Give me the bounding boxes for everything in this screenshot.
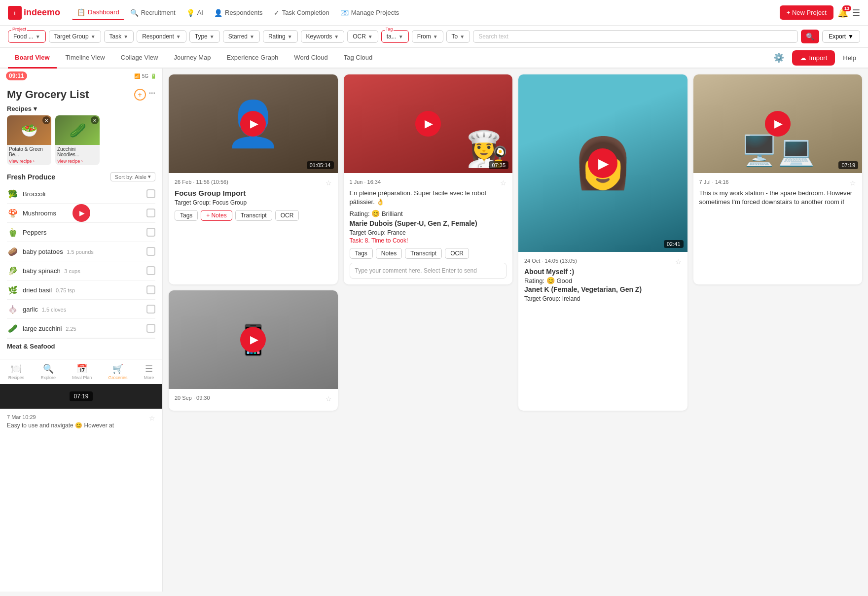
- baby-potatoes-checkbox[interactable]: [146, 247, 155, 256]
- mushrooms-checkbox[interactable]: [146, 209, 155, 217]
- bottom-card-star[interactable]: ☆: [149, 414, 155, 422]
- tab-word-cloud[interactable]: Word Cloud: [287, 48, 334, 69]
- add-grocery-button[interactable]: +: [134, 89, 146, 101]
- tab-tag-cloud[interactable]: Tag Cloud: [337, 48, 380, 69]
- nav-meal-plan[interactable]: 📅 Meal Plan: [72, 363, 92, 380]
- rating-filter[interactable]: Rating ▼: [263, 30, 298, 43]
- card1-tag-ocr[interactable]: OCR: [275, 210, 299, 221]
- phone-content: My Grocery List + ··· Recipes ▾ 🥗 ✕ Pota…: [0, 83, 162, 359]
- card1-time-badge: 01:05:14: [307, 161, 334, 169]
- card2-tag-ocr[interactable]: OCR: [445, 248, 469, 259]
- settings-icon[interactable]: ⚙️: [769, 48, 788, 67]
- search-box: Search text: [473, 30, 798, 43]
- more-nav-icon: ☰: [145, 363, 153, 374]
- nav-dashboard[interactable]: 📋 Dashboard: [72, 5, 124, 20]
- tag-filter[interactable]: Tag ta... ▼: [381, 30, 409, 43]
- card-extra-star[interactable]: ☆: [326, 395, 332, 403]
- nav-recipes[interactable]: 🍽️ Recipes: [8, 363, 25, 380]
- nav-task-completion[interactable]: ✓ Task Completion: [269, 6, 334, 20]
- nav-ai[interactable]: 💡 AI: [181, 6, 208, 20]
- card2-tag-notes[interactable]: Notes: [376, 248, 402, 259]
- card2-comment-box[interactable]: Type your comment here. Select Enter to …: [350, 263, 507, 279]
- mushrooms-play-button[interactable]: ▶: [72, 204, 90, 222]
- card1-tag-tags[interactable]: Tags: [175, 210, 198, 221]
- tab-collage[interactable]: Collage View: [114, 48, 165, 69]
- card3-body: 7 Jul · 14:16 ☆ This is my work station …: [693, 173, 863, 215]
- from-filter[interactable]: From ▼: [412, 30, 443, 43]
- card-extra-play-button[interactable]: ▶: [240, 327, 266, 352]
- garlic-checkbox[interactable]: [146, 305, 155, 314]
- card2-task: Task: 8. Time to Cook!: [350, 237, 507, 244]
- notification-button[interactable]: 🔔 13: [837, 7, 848, 18]
- card3-play-button[interactable]: ▶: [765, 111, 791, 137]
- tab-journey[interactable]: Journey Map: [167, 48, 217, 69]
- recipe-2-link[interactable]: View recipe ›: [55, 159, 100, 165]
- card2-play-button[interactable]: ▶: [415, 111, 441, 137]
- nav-respondents[interactable]: 👤 Respondents: [209, 6, 268, 20]
- keywords-arrow: ▼: [334, 34, 339, 39]
- task-filter[interactable]: Task ▼: [104, 30, 134, 43]
- card-marie-dubois: 👩‍🍳 ▶ 07:35 1 Jun · 16:34 ☆ En pleine pr…: [344, 74, 513, 284]
- dried-basil-checkbox[interactable]: [146, 285, 155, 294]
- to-filter[interactable]: To ▼: [446, 30, 470, 43]
- card-extra-body: 20 Sep · 09:30 ☆: [169, 389, 338, 411]
- tab-experience[interactable]: Experience Graph: [220, 48, 286, 69]
- card1-star[interactable]: ☆: [326, 179, 332, 187]
- import-button[interactable]: ☁ Import: [792, 50, 835, 66]
- zucchini-name: large zucchini 2.25: [23, 325, 143, 332]
- header: i indeemo 📋 Dashboard 🔍 Recruitment 💡 AI…: [0, 0, 868, 26]
- card2-tag-transcript[interactable]: Transcript: [405, 248, 442, 259]
- recipe-1-link[interactable]: View recipe ›: [7, 159, 51, 165]
- card4-star[interactable]: ☆: [675, 258, 682, 266]
- card1-tag-notes[interactable]: + Notes: [201, 210, 232, 221]
- respondent-filter[interactable]: Respondent ▼: [137, 30, 186, 43]
- hamburger-menu-button[interactable]: ☰: [852, 7, 860, 18]
- broccoli-checkbox[interactable]: [146, 189, 155, 198]
- sort-button[interactable]: Sort by: Aisle ▾: [110, 172, 155, 181]
- card4-play-icon: ▶: [598, 155, 609, 172]
- recipe-1-close[interactable]: ✕: [42, 116, 50, 124]
- nav-explore[interactable]: 🔍 Explore: [40, 363, 56, 380]
- nav-recruitment[interactable]: 🔍 Recruitment: [125, 6, 181, 20]
- peppers-checkbox[interactable]: [146, 228, 155, 237]
- recruitment-icon: 🔍: [130, 9, 139, 17]
- recipes-dropdown-arrow[interactable]: ▾: [34, 105, 37, 112]
- zucchini-qty: 2.25: [66, 326, 76, 332]
- card2-emoji: 😊: [371, 210, 380, 217]
- starred-filter[interactable]: Starred ▼: [223, 30, 260, 43]
- card2-star[interactable]: ☆: [500, 179, 506, 187]
- type-filter[interactable]: Type ▼: [189, 30, 220, 43]
- keywords-filter[interactable]: Keywords ▼: [301, 30, 345, 43]
- nav-groceries[interactable]: 🛒 Groceries: [108, 363, 128, 380]
- tab-timeline[interactable]: Timeline View: [59, 48, 112, 69]
- ocr-filter[interactable]: OCR ▼: [347, 30, 378, 43]
- card2-task-value: 8. Time to Cook!: [365, 237, 408, 244]
- card2-date: 1 Jun · 16:34 ☆: [350, 179, 507, 187]
- card4-play-button[interactable]: ▶: [588, 148, 617, 178]
- card1-thumb: 👤 ▶ 01:05:14: [169, 74, 338, 173]
- baby-spinach-icon: 🥬: [7, 265, 19, 277]
- help-link[interactable]: Help: [839, 50, 860, 66]
- explore-nav-icon: 🔍: [43, 363, 54, 374]
- card1-play-button[interactable]: ▶: [240, 111, 266, 137]
- zucchini-checkbox[interactable]: [146, 324, 155, 333]
- target-group-filter[interactable]: Target Group ▼: [49, 30, 101, 43]
- card1-play-icon: ▶: [250, 117, 258, 130]
- baby-spinach-checkbox[interactable]: [146, 266, 155, 275]
- more-options-button[interactable]: ···: [149, 89, 155, 101]
- new-project-button[interactable]: + New Project: [780, 5, 833, 20]
- nav-more[interactable]: ☰ More: [144, 363, 154, 380]
- tab-board[interactable]: Board View: [8, 48, 57, 69]
- card-janet: 👩 ▶ 02:41 24 Oct · 14:05 (13:05) ☆ About…: [518, 74, 687, 411]
- peppers-icon: 🫑: [7, 226, 19, 238]
- nav-manage-projects[interactable]: 📧 Manage Projects: [335, 6, 404, 20]
- export-button[interactable]: Export ▼: [822, 30, 860, 43]
- recipe-2-close[interactable]: ✕: [91, 116, 99, 124]
- card2-tag-tags[interactable]: Tags: [350, 248, 373, 259]
- search-button[interactable]: 🔍: [801, 30, 819, 43]
- recipe-1-name: Potato & Green Be...: [7, 145, 51, 159]
- project-filter[interactable]: Project Food ... ▼: [8, 30, 46, 43]
- card1-tag-transcript[interactable]: Transcript: [235, 210, 272, 221]
- garlic-icon: 🧄: [7, 303, 19, 315]
- card3-star[interactable]: ☆: [850, 179, 856, 187]
